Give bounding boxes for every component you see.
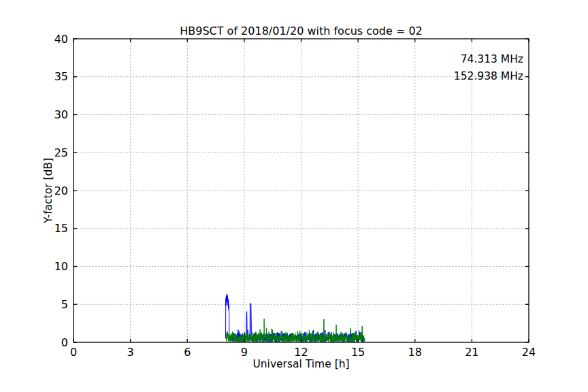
chart-canvas: 036912151821240510152025303540 HB9SCT of… <box>0 0 588 392</box>
x-tick-label: 0 <box>70 346 77 359</box>
x-tick-label: 24 <box>522 346 536 359</box>
y-tick-label: 0 <box>61 336 68 349</box>
y-tick-label: 5 <box>61 298 68 311</box>
x-tick-label: 12 <box>294 346 308 359</box>
y-tick-label: 10 <box>54 260 68 273</box>
chart-title: HB9SCT of 2018/01/20 with focus code = 0… <box>180 24 423 37</box>
legend-entry-152mhz: 152.938 MHz <box>454 70 523 82</box>
x-tick-label: 18 <box>408 346 422 359</box>
y-tick-label: 40 <box>54 33 68 46</box>
y-tick-label: 20 <box>54 184 68 197</box>
y-tick-label: 35 <box>54 70 68 83</box>
x-tick-label: 15 <box>351 346 365 359</box>
grid-lines <box>74 39 529 342</box>
y-tick-label: 30 <box>54 108 68 121</box>
y-tick-label: 25 <box>54 146 68 159</box>
x-axis-label: Universal Time [h] <box>252 358 349 370</box>
y-axis-label: Y-factor [dB] <box>42 158 54 224</box>
data-series <box>226 295 365 342</box>
y-tick-label: 15 <box>54 222 68 235</box>
x-tick-label: 3 <box>127 346 134 359</box>
x-tick-label: 21 <box>465 346 478 359</box>
legend-entry-74mhz: 74.313 MHz <box>461 53 523 65</box>
x-tick-label: 9 <box>241 346 248 359</box>
x-tick-label: 6 <box>184 346 191 359</box>
yfactor-chart-figure: 036912151821240510152025303540 HB9SCT of… <box>0 0 588 392</box>
